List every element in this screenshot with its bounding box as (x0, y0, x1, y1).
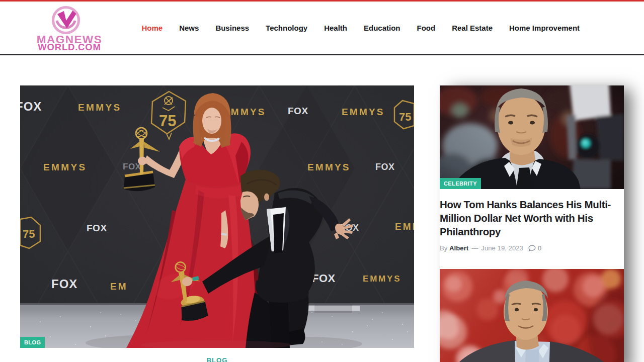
svg-text:FOX: FOX (20, 100, 42, 113)
svg-text:FOX: FOX (288, 106, 308, 116)
svg-text:FOX: FOX (87, 223, 107, 233)
svg-text:EMMYS: EMMYS (307, 162, 351, 172)
svg-text:75: 75 (23, 228, 35, 240)
svg-text:EMMYS: EMMYS (342, 107, 385, 117)
svg-text:FOX: FOX (123, 162, 141, 171)
svg-text:75: 75 (399, 111, 411, 123)
svg-text:EMMYS: EMMYS (43, 162, 87, 172)
svg-text:FOX: FOX (312, 272, 336, 285)
svg-text:EMMYS: EMMYS (78, 102, 122, 113)
svg-text:EMMY: EMMY (395, 221, 414, 232)
svg-text:75: 75 (159, 112, 176, 130)
svg-text:EM: EM (110, 281, 128, 292)
svg-text:EMMYS: EMMYS (363, 274, 401, 284)
svg-text:FOX: FOX (51, 277, 77, 291)
svg-text:FOX: FOX (375, 162, 395, 172)
